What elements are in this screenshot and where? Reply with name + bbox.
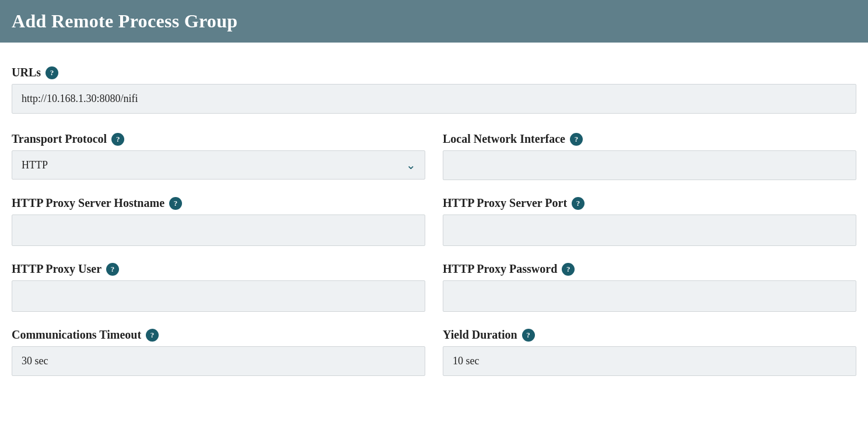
yield-duration-label-row: Yield Duration ? bbox=[443, 328, 856, 342]
local-network-interface-help-icon[interactable]: ? bbox=[570, 133, 583, 146]
dialog-container: Add Remote Process Group URLs ? Transpor… bbox=[0, 0, 868, 410]
http-proxy-user-label: HTTP Proxy User bbox=[12, 262, 102, 276]
http-proxy-hostname-help-icon[interactable]: ? bbox=[169, 197, 182, 210]
transport-protocol-label: Transport Protocol bbox=[12, 132, 107, 146]
dialog-content: URLs ? Transport Protocol ? HTTP RAW ⌄ bbox=[0, 60, 868, 410]
http-proxy-port-help-icon[interactable]: ? bbox=[572, 197, 584, 210]
local-network-interface-input[interactable] bbox=[443, 150, 856, 180]
http-proxy-port-label-row: HTTP Proxy Server Port ? bbox=[443, 196, 856, 210]
communications-timeout-help-icon[interactable]: ? bbox=[146, 329, 159, 342]
transport-protocol-select-wrapper: HTTP RAW ⌄ bbox=[12, 150, 425, 180]
local-network-interface-label-row: Local Network Interface ? bbox=[443, 132, 856, 146]
http-proxy-hostname-input[interactable] bbox=[12, 215, 425, 246]
http-proxy-user-label-row: HTTP Proxy User ? bbox=[12, 262, 425, 276]
communications-timeout-label: Communications Timeout bbox=[12, 328, 141, 342]
http-proxy-port-label: HTTP Proxy Server Port bbox=[443, 196, 567, 210]
http-proxy-password-section: HTTP Proxy Password ? bbox=[443, 262, 856, 312]
http-proxy-hostname-label: HTTP Proxy Server Hostname bbox=[12, 196, 164, 210]
urls-section: URLs ? bbox=[12, 66, 856, 114]
http-proxy-hostname-label-row: HTTP Proxy Server Hostname ? bbox=[12, 196, 425, 210]
http-proxy-port-section: HTTP Proxy Server Port ? bbox=[443, 196, 856, 246]
urls-help-icon[interactable]: ? bbox=[46, 66, 58, 79]
dialog-header: Add Remote Process Group bbox=[0, 0, 868, 43]
local-network-interface-label: Local Network Interface bbox=[443, 132, 565, 146]
yield-duration-input[interactable] bbox=[443, 346, 856, 376]
yield-duration-label: Yield Duration bbox=[443, 328, 517, 342]
communications-timeout-label-row: Communications Timeout ? bbox=[12, 328, 425, 342]
http-proxy-hostname-section: HTTP Proxy Server Hostname ? bbox=[12, 196, 425, 246]
http-proxy-user-section: HTTP Proxy User ? bbox=[12, 262, 425, 312]
http-proxy-user-help-icon[interactable]: ? bbox=[106, 263, 119, 276]
http-proxy-user-input[interactable] bbox=[12, 280, 425, 312]
communications-timeout-input[interactable] bbox=[12, 346, 425, 376]
yield-duration-help-icon[interactable]: ? bbox=[522, 329, 535, 342]
http-proxy-password-input[interactable] bbox=[443, 280, 856, 312]
local-network-interface-section: Local Network Interface ? bbox=[443, 132, 856, 180]
urls-input[interactable] bbox=[12, 84, 856, 114]
row-proxy-user-password: HTTP Proxy User ? HTTP Proxy Password ? bbox=[12, 262, 856, 328]
row-protocol-network: Transport Protocol ? HTTP RAW ⌄ Local Ne… bbox=[12, 132, 856, 196]
urls-label-row: URLs ? bbox=[12, 66, 856, 79]
transport-protocol-section: Transport Protocol ? HTTP RAW ⌄ bbox=[12, 132, 425, 180]
http-proxy-password-label: HTTP Proxy Password bbox=[443, 262, 557, 276]
http-proxy-port-input[interactable] bbox=[443, 215, 856, 246]
transport-protocol-help-icon[interactable]: ? bbox=[111, 133, 124, 146]
transport-protocol-select[interactable]: HTTP RAW bbox=[12, 150, 425, 180]
yield-duration-section: Yield Duration ? bbox=[443, 328, 856, 376]
http-proxy-password-help-icon[interactable]: ? bbox=[562, 263, 575, 276]
transport-protocol-label-row: Transport Protocol ? bbox=[12, 132, 425, 146]
dialog-title: Add Remote Process Group bbox=[12, 10, 856, 32]
row-timeout-yield: Communications Timeout ? Yield Duration … bbox=[12, 328, 856, 392]
row-proxy-hostname-port: HTTP Proxy Server Hostname ? HTTP Proxy … bbox=[12, 196, 856, 262]
urls-label: URLs bbox=[12, 66, 41, 79]
communications-timeout-section: Communications Timeout ? bbox=[12, 328, 425, 376]
http-proxy-password-label-row: HTTP Proxy Password ? bbox=[443, 262, 856, 276]
